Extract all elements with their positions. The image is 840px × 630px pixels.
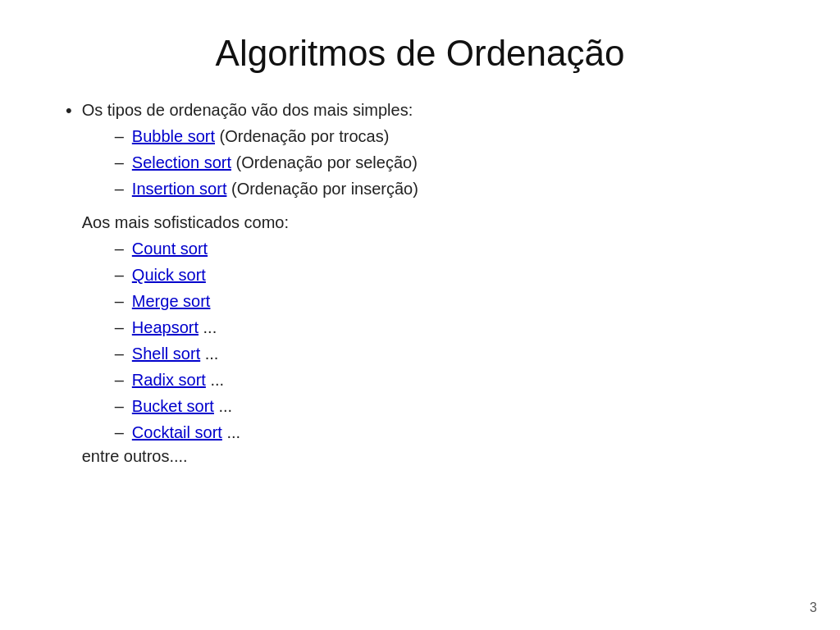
- bucket-sort-item: Bucket sort ...: [132, 395, 232, 418]
- dash-icon: –: [115, 368, 124, 391]
- bubble-sort-desc: (Ordenação por trocas): [215, 127, 389, 145]
- bucket-sort-suffix: ...: [214, 397, 232, 415]
- selection-sort-item: Selection sort (Ordenação por seleção): [132, 151, 418, 174]
- list-item: – Cocktail sort ...: [115, 421, 418, 444]
- radix-sort-link[interactable]: Radix sort: [132, 371, 206, 389]
- insertion-sort-link[interactable]: Insertion sort: [132, 180, 227, 198]
- list-item: – Shell sort ...: [115, 342, 418, 365]
- simple-sorts-list: – Bubble sort (Ordenação por trocas) – S…: [115, 125, 418, 200]
- heapsort-suffix: ...: [199, 318, 217, 336]
- shell-sort-item: Shell sort ...: [132, 342, 219, 365]
- list-item: – Merge sort: [115, 290, 418, 313]
- insertion-sort-item: Insertion sort (Ordenação por inserção): [132, 177, 418, 200]
- selection-sort-desc: (Ordenação por seleção): [231, 153, 418, 171]
- sofisticados-label: Aos mais sofisticados como:: [82, 213, 418, 232]
- main-bullet: • Os tipos de ordenação vão dos mais sim…: [66, 98, 791, 466]
- radix-sort-item: Radix sort ...: [132, 368, 224, 391]
- bubble-sort-link[interactable]: Bubble sort: [132, 127, 215, 145]
- bullet-dot: •: [66, 100, 72, 121]
- dash-icon: –: [115, 177, 124, 200]
- heapsort-item: Heapsort ...: [132, 316, 217, 339]
- list-item: – Selection sort (Ordenação por seleção): [115, 151, 418, 174]
- dash-icon: –: [115, 342, 124, 365]
- quick-sort-link[interactable]: Quick sort: [132, 266, 206, 284]
- heapsort-link[interactable]: Heapsort: [132, 318, 199, 336]
- list-item: – Quick sort: [115, 263, 418, 286]
- bucket-sort-link[interactable]: Bucket sort: [132, 397, 214, 415]
- dash-icon: –: [115, 290, 124, 313]
- count-sort-item: Count sort: [132, 237, 208, 260]
- insertion-sort-desc: (Ordenação por inserção): [226, 180, 418, 198]
- merge-sort-item: Merge sort: [132, 290, 211, 313]
- bubble-sort-item: Bubble sort (Ordenação por trocas): [132, 125, 390, 148]
- list-item: – Bucket sort ...: [115, 395, 418, 418]
- dash-icon: –: [115, 395, 124, 418]
- main-bullet-text: Os tipos de ordenação vão dos mais simpl…: [82, 101, 413, 119]
- dash-icon: –: [115, 237, 124, 260]
- dash-icon: –: [115, 151, 124, 174]
- count-sort-link[interactable]: Count sort: [132, 240, 208, 258]
- slide: Algoritmos de Ordenação • Os tipos de or…: [0, 0, 840, 630]
- cocktail-sort-link[interactable]: Cocktail sort: [132, 423, 222, 441]
- merge-sort-link[interactable]: Merge sort: [132, 292, 211, 310]
- list-item: – Bubble sort (Ordenação por trocas): [115, 125, 418, 148]
- list-item: – Radix sort ...: [115, 368, 418, 391]
- footer-text: entre outros....: [82, 447, 418, 466]
- list-item: – Heapsort ...: [115, 316, 418, 339]
- advanced-sorts-list: – Count sort – Quick sort –: [115, 237, 418, 444]
- list-item: – Insertion sort (Ordenação por inserção…: [115, 177, 418, 200]
- list-item: – Count sort: [115, 237, 418, 260]
- cocktail-sort-item: Cocktail sort ...: [132, 421, 240, 444]
- dash-icon: –: [115, 125, 124, 148]
- dash-icon: –: [115, 316, 124, 339]
- quick-sort-item: Quick sort: [132, 263, 206, 286]
- slide-content: • Os tipos de ordenação vão dos mais sim…: [49, 98, 791, 466]
- shell-sort-link[interactable]: Shell sort: [132, 345, 200, 363]
- page-number: 3: [810, 600, 817, 615]
- dash-icon: –: [115, 263, 124, 286]
- cocktail-sort-suffix: ...: [222, 423, 240, 441]
- shell-sort-suffix: ...: [200, 345, 218, 363]
- selection-sort-link[interactable]: Selection sort: [132, 153, 231, 171]
- slide-title: Algoritmos de Ordenação: [49, 25, 791, 74]
- radix-sort-suffix: ...: [206, 371, 224, 389]
- dash-icon: –: [115, 421, 124, 444]
